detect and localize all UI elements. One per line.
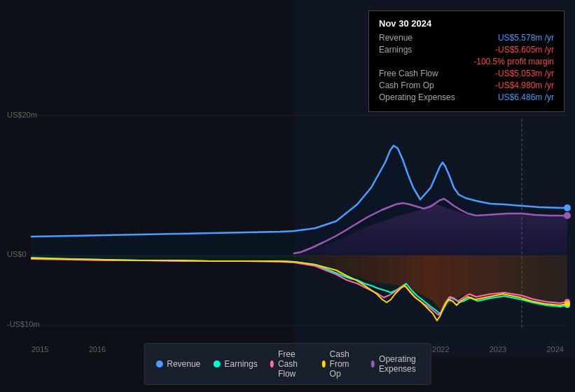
tooltip-row-earnings: Earnings -US$5.605m /yr [379, 45, 554, 55]
legend-dot-free-cash-flow [270, 360, 274, 368]
legend-dot-revenue [155, 360, 162, 368]
chart-container: US$20m US$0 -US$10m 20152016201720182019… [0, 0, 575, 392]
tooltip-box: Nov 30 2024 Revenue US$5.578m /yr Earnin… [368, 10, 564, 112]
tooltip-row-revenue: Revenue US$5.578m /yr [379, 33, 554, 43]
chart-legend: RevenueEarningsFree Cash FlowCash From O… [144, 343, 431, 385]
tooltip-row-fcf: Free Cash Flow -US$5.053m /yr [379, 69, 554, 78]
legend-item-earnings[interactable]: Earnings [213, 349, 257, 379]
legend-label-operating-expenses: Operating Expenses [379, 354, 420, 374]
tooltip-row-cashop: Cash From Op -US$4.980m /yr [379, 80, 554, 90]
tooltip-label-fcf: Free Cash Flow [379, 69, 438, 78]
svg-point-5 [564, 204, 571, 211]
svg-point-8 [564, 301, 570, 307]
legend-dot-operating-expenses [371, 360, 375, 368]
tooltip-date: Nov 30 2024 [379, 18, 554, 29]
tooltip-value-revenue: US$5.578m /yr [498, 33, 554, 43]
legend-item-revenue[interactable]: Revenue [155, 349, 200, 379]
tooltip-value-fcf: -US$5.053m /yr [495, 69, 554, 78]
legend-item-operating-expenses[interactable]: Operating Expenses [371, 349, 420, 379]
legend-dot-cash-from-op [321, 360, 325, 368]
x-label-2024: 2024 [546, 345, 563, 354]
tooltip-profit-margin-row: -100.5% profit margin [379, 57, 554, 66]
y-label-zero: US$0 [7, 250, 27, 258]
tooltip-label-opex: Operating Expenses [379, 92, 455, 102]
legend-item-free-cash-flow[interactable]: Free Cash Flow [270, 349, 310, 379]
legend-label-earnings: Earnings [224, 359, 257, 369]
x-label-2015: 2015 [32, 345, 48, 354]
legend-label-cash-from-op: Cash From Op [330, 349, 359, 379]
legend-label-free-cash-flow: Free Cash Flow [278, 349, 309, 379]
tooltip-value-profit-margin: -100.5% profit margin [473, 57, 554, 66]
tooltip-value-earnings: -US$5.605m /yr [495, 45, 554, 55]
y-label-neg: -US$10m [7, 320, 39, 328]
tooltip-value-cashop: -US$4.980m /yr [495, 80, 554, 90]
y-label-top: US$20m [7, 111, 37, 119]
legend-item-cash-from-op[interactable]: Cash From Op [321, 349, 358, 379]
x-label-2023: 2023 [490, 345, 506, 354]
tooltip-value-opex: US$6.486m /yr [498, 92, 554, 102]
svg-point-9 [564, 212, 571, 219]
x-label-2022: 2022 [432, 345, 449, 354]
tooltip-label-earnings: Earnings [379, 45, 412, 55]
legend-dot-earnings [213, 360, 220, 368]
tooltip-label-revenue: Revenue [379, 33, 413, 43]
tooltip-row-opex: Operating Expenses US$6.486m /yr [379, 92, 554, 102]
tooltip-label-cashop: Cash From Op [379, 80, 434, 90]
legend-label-revenue: Revenue [167, 359, 200, 369]
x-label-2016: 2016 [89, 345, 106, 354]
